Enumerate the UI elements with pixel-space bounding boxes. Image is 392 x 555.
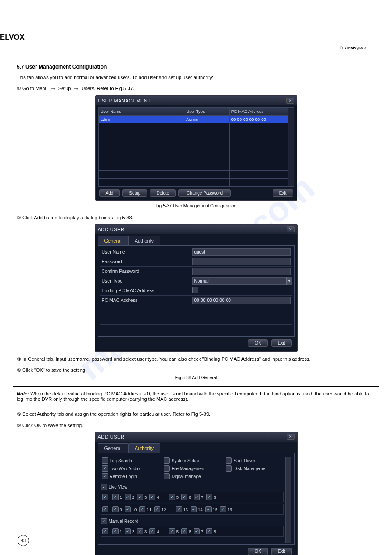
table-row <box>98 123 294 131</box>
chevron-down-icon[interactable]: ▼ <box>286 277 292 285</box>
section-heading: 5.7 User Management Configuration <box>17 64 379 70</box>
label-password: Password <box>100 259 192 264</box>
fig38-caption: Fig 5-38 Add-General <box>13 375 379 380</box>
user-management-window: USER MANAGEMENT ✕ User Name User Type PC… <box>95 95 297 201</box>
channel-checkbox[interactable]: ✓7 <box>194 528 203 534</box>
label-user-name: User Name <box>100 249 192 254</box>
bind-mac-checkbox[interactable] <box>192 287 198 293</box>
password-input[interactable] <box>192 258 291 265</box>
channel-checkbox[interactable]: ✓ <box>102 494 110 500</box>
channel-checkbox[interactable]: ✓3 <box>137 494 147 500</box>
tab-authority[interactable]: Authority <box>128 443 160 453</box>
channel-checkbox[interactable]: ✓8 <box>206 494 216 500</box>
label-confirm-password: Confirm Password <box>100 268 192 274</box>
close-icon[interactable]: ✕ <box>286 98 294 104</box>
channel-checkbox[interactable]: ✓ <box>102 506 110 512</box>
channel-checkbox[interactable]: ✓15 <box>205 506 218 512</box>
pc-mac-input[interactable] <box>192 297 291 304</box>
table-row <box>98 147 294 155</box>
ok-button[interactable]: OK <box>248 548 267 555</box>
channel-checkbox[interactable]: ✓2 <box>125 494 134 500</box>
setup-button[interactable]: Setup <box>122 189 147 197</box>
add-user-titlebar: ADD USER ✕ <box>95 225 297 234</box>
close-icon[interactable]: ✕ <box>287 434 295 440</box>
channel-checkbox[interactable]: ✓1 <box>112 494 122 500</box>
users-table-header: User Name User Type PC MAC Address <box>98 108 294 116</box>
channel-checkbox[interactable]: ✓14 <box>191 506 203 512</box>
perm-digital-manage[interactable]: Digital manage <box>164 473 220 479</box>
perm-system-setup[interactable]: System Setup <box>164 457 220 464</box>
fig37-caption: Fig 5-37 User Management Configuration <box>13 203 379 208</box>
channel-checkbox[interactable]: ✓6 <box>181 528 191 534</box>
tab-authority[interactable]: Authority <box>128 236 160 245</box>
channel-checkbox[interactable]: ✓1 <box>112 528 122 534</box>
perm-shut-down[interactable]: Shut Down <box>226 457 282 464</box>
delete-button[interactable]: Delete <box>150 189 176 197</box>
perm-disk-management[interactable]: Disk Manageme <box>226 465 282 472</box>
perm-manual-record[interactable]: ✓Manual Record <box>101 518 284 524</box>
exit-button[interactable]: Exit <box>271 339 292 347</box>
table-row <box>98 171 294 179</box>
exit-button[interactable]: Exit <box>273 189 293 197</box>
change-password-button[interactable]: Change Password <box>178 189 231 197</box>
channel-checkbox[interactable]: ✓12 <box>154 506 166 512</box>
perm-log-search[interactable]: Log Search <box>102 457 158 464</box>
vimar-group-text: group <box>357 46 366 50</box>
channel-checkbox[interactable]: ✓13 <box>176 506 188 512</box>
table-row <box>98 139 294 147</box>
step-5: ⑤ Select Authority tab and assign the op… <box>17 411 375 417</box>
channel-checkbox[interactable]: ✓6 <box>181 494 191 500</box>
elvox-logo-icon: ELVOX <box>0 31 46 44</box>
tab-general[interactable]: General <box>98 236 128 245</box>
user-name-input[interactable] <box>192 248 291 256</box>
channel-checkbox[interactable]: ✓3 <box>137 528 147 534</box>
add-button[interactable]: Add <box>99 189 120 197</box>
brand-logo: ELVOX ▢ VIMAR group <box>0 31 366 50</box>
intro-text: This tab allows you to add normal or adv… <box>17 74 375 81</box>
channel-checkbox[interactable]: ✓8 <box>206 528 216 534</box>
perm-remote-login[interactable]: ✓Remote Login <box>102 473 158 479</box>
vimar-text: VIMAR <box>345 46 356 50</box>
perm-live-view[interactable]: ✓Live View <box>101 484 284 490</box>
close-icon[interactable]: ✕ <box>287 226 295 232</box>
svg-text:ELVOX: ELVOX <box>0 33 25 41</box>
channel-checkbox[interactable]: ✓16 <box>220 506 232 512</box>
perm-label: Two Way Audio <box>110 466 140 471</box>
channel-checkbox[interactable]: ✓10 <box>125 506 137 512</box>
confirm-password-input[interactable] <box>192 268 291 275</box>
perm-empty <box>226 473 282 479</box>
channel-checkbox[interactable]: ✓5 <box>169 494 179 500</box>
channel-checkbox[interactable]: ✓11 <box>139 506 151 512</box>
add-user-authority-titlebar: ADD USER ✕ <box>95 432 297 442</box>
channel-checkbox[interactable]: ✓4 <box>149 494 159 500</box>
live-view-label: Live View <box>109 485 128 490</box>
scrollbar[interactable] <box>288 108 294 187</box>
channel-checkbox[interactable]: ✓7 <box>194 494 203 500</box>
table-row[interactable]: admin Admin 00-00-00-00-00-00 <box>98 116 294 123</box>
step-1: ① Go to Menu ➞ Setup ➞ Users. Refer to F… <box>17 85 375 93</box>
channel-checkbox[interactable]: ✓ <box>102 528 110 534</box>
cell-username: admin <box>98 116 184 123</box>
channel-checkbox[interactable]: ✓9 <box>112 506 122 512</box>
header-divider <box>13 57 379 57</box>
perm-two-way-audio[interactable]: ✓Two Way Audio <box>102 465 158 472</box>
tab-general[interactable]: General <box>98 443 128 453</box>
note-body: When the default value of binding PC MAC… <box>17 391 369 402</box>
user-management-buttons: Add Setup Delete Change Password Exit <box>98 187 294 197</box>
channel-checkbox[interactable]: ✓4 <box>149 528 159 534</box>
scrollbar[interactable] <box>285 457 291 543</box>
user-type-select[interactable] <box>192 277 291 285</box>
exit-button[interactable]: Exit <box>271 548 292 555</box>
perm-label: Disk Manageme <box>234 466 265 471</box>
channel-checkbox[interactable]: ✓2 <box>125 528 134 534</box>
perm-file-management[interactable]: File Managemen <box>164 465 220 472</box>
channel-checkbox[interactable]: ✓5 <box>169 528 179 534</box>
step1-users: Users. Refer to Fig 5-37. <box>82 86 134 91</box>
perm-label: Shut Down <box>234 458 255 463</box>
ok-button[interactable]: OK <box>248 339 267 347</box>
manual-record-label: Manual Record <box>109 519 139 524</box>
empty-row <box>100 305 292 315</box>
note-title: Note: <box>17 391 29 396</box>
table-row <box>98 179 294 187</box>
cell-mac: 00-00-00-00-00-00 <box>229 116 288 123</box>
